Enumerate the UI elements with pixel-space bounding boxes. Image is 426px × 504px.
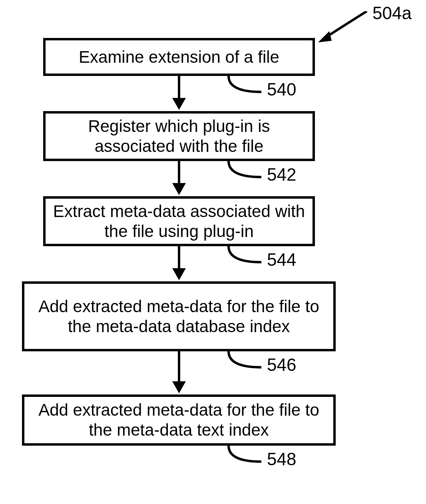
leader-546 [227, 350, 263, 374]
step-text: Register which plug-in is associated wit… [46, 116, 313, 156]
leader-548 [227, 444, 263, 468]
step-box-546: Add extracted meta-data for the file to … [22, 281, 336, 351]
step-box-548: Add extracted meta-data for the file to … [22, 394, 336, 446]
step-num-544: 544 [267, 250, 296, 270]
step-box-540: Examine extension of a file [43, 38, 315, 76]
step-box-544: Extract meta-data associated with the fi… [43, 196, 315, 246]
arrow-3-shaft [178, 246, 180, 268]
arrow-4-head [172, 381, 186, 393]
step-num-542: 542 [267, 165, 296, 185]
arrow-4-shaft [178, 351, 180, 381]
step-text: Extract meta-data associated with the fi… [46, 201, 313, 241]
arrow-1-shaft [178, 76, 180, 98]
leader-544 [227, 245, 263, 269]
step-text: Add extracted meta-data for the file to … [24, 400, 333, 440]
step-text: Add extracted meta-data for the file to … [24, 297, 333, 336]
arrow-2-shaft [178, 161, 180, 183]
svg-marker-0 [318, 31, 332, 42]
step-box-542: Register which plug-in is associated wit… [43, 111, 315, 161]
step-num-540: 540 [267, 80, 296, 100]
flowchart-canvas: 504a Examine extension of a file 540 Reg… [0, 0, 426, 504]
step-text: Examine extension of a file [72, 47, 287, 67]
arrow-1-head [172, 98, 186, 110]
leader-542 [227, 159, 263, 183]
figure-pointer-arrow [307, 11, 371, 47]
step-num-548: 548 [267, 449, 296, 469]
figure-label: 504a [372, 3, 412, 23]
arrow-3-head [172, 268, 186, 280]
arrow-2-head [172, 183, 186, 195]
leader-540 [227, 74, 263, 98]
step-num-546: 546 [267, 355, 296, 375]
